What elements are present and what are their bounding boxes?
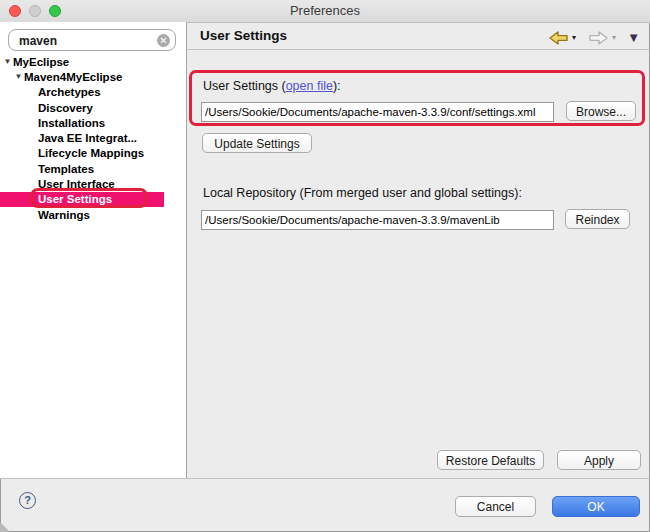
tree-item-user-settings[interactable]: User Settings xyxy=(0,192,164,207)
apply-button[interactable]: Apply xyxy=(557,450,641,470)
tree-item-java-ee-integration[interactable]: Java EE Integrat... xyxy=(0,130,186,145)
reindex-button[interactable]: Reindex xyxy=(565,209,630,229)
view-menu-icon[interactable]: ▼ xyxy=(627,30,640,45)
panel-header: User Settings ▾ ▾ ▼ xyxy=(187,22,650,50)
forward-dropdown-caret: ▾ xyxy=(612,34,616,42)
filter-search-box[interactable]: ✕ xyxy=(8,29,176,51)
browse-button[interactable]: Browse... xyxy=(566,101,636,121)
tree-item-installations[interactable]: Installations xyxy=(0,115,186,130)
tree-item-maven4myeclipse[interactable]: ▼ Maven4MyEclipse xyxy=(0,69,186,84)
sidebar: ✕ ▼ MyEclipse ▼ Maven4MyEclipse Archetyp… xyxy=(0,22,187,478)
local-repository-label: Local Repository (From merged user and g… xyxy=(203,186,522,200)
window-title: Preferences xyxy=(0,0,650,22)
ok-button[interactable]: OK xyxy=(552,496,640,517)
local-repository-field[interactable] xyxy=(201,210,554,230)
back-dropdown-caret[interactable]: ▾ xyxy=(572,34,576,42)
help-button[interactable]: ? xyxy=(19,492,36,509)
tree-item-user-interface[interactable]: User Interface xyxy=(0,176,186,191)
back-arrow-icon[interactable] xyxy=(548,31,569,45)
tree-item-warnings[interactable]: Warnings xyxy=(0,207,186,222)
settings-path-field[interactable] xyxy=(201,102,554,122)
clear-search-icon[interactable]: ✕ xyxy=(157,34,170,47)
preferences-window: Preferences ✕ ▼ MyEclipse ▼ Maven4MyEcli… xyxy=(0,0,650,532)
tree-item-archetypes[interactable]: Archetypes xyxy=(0,85,186,100)
search-input[interactable] xyxy=(17,32,156,50)
page-title: User Settings xyxy=(200,22,287,50)
tree-item-lifecycle-mappings[interactable]: Lifecycle Mappings xyxy=(0,146,186,161)
title-bar: Preferences xyxy=(0,0,650,23)
cancel-button[interactable]: Cancel xyxy=(455,496,536,517)
forward-arrow-icon xyxy=(588,31,609,45)
chevron-down-icon[interactable]: ▼ xyxy=(13,72,24,81)
restore-defaults-button[interactable]: Restore Defaults xyxy=(437,450,544,470)
update-settings-button[interactable]: Update Settings xyxy=(202,133,312,153)
open-file-link[interactable]: open file xyxy=(286,79,333,93)
footer-divider xyxy=(0,478,650,479)
user-settings-label: User Settings (open file): xyxy=(203,79,341,93)
tree-item-discovery[interactable]: Discovery xyxy=(0,100,186,115)
resize-grip[interactable] xyxy=(0,522,10,532)
tree-item-templates[interactable]: Templates xyxy=(0,161,186,176)
chevron-down-icon[interactable]: ▼ xyxy=(2,57,13,66)
tree-item-myeclipse[interactable]: ▼ MyEclipse xyxy=(0,54,186,69)
preferences-tree: ▼ MyEclipse ▼ Maven4MyEclipse Archetypes… xyxy=(0,54,186,222)
